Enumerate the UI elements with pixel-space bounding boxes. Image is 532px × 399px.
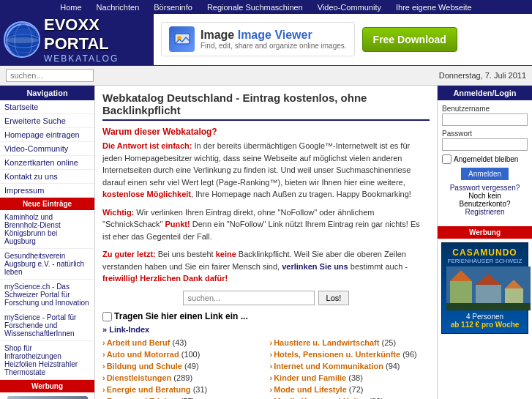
category-link-5[interactable]: Internet und Kommunikation	[270, 362, 383, 370]
nav-home[interactable]: Home	[60, 3, 81, 12]
category-count-4: (49)	[184, 362, 199, 370]
center-search-button[interactable]: Los!	[318, 291, 350, 305]
sidebar-item-video[interactable]: Video-Community	[0, 142, 94, 156]
category-count-8: (31)	[193, 385, 208, 394]
imageviewer-title-colored: Image Viewer	[238, 29, 312, 41]
category-link-0[interactable]: Arbeit und Beruf	[102, 338, 170, 347]
category-count-5: (94)	[386, 362, 400, 370]
wichtig-strong: Wichtig:	[102, 208, 134, 217]
category-item-6: Dienstleistungen (289)	[102, 373, 263, 383]
search-input[interactable]	[6, 69, 94, 82]
imageviewer-banner[interactable]: Image Image Viewer Find, edit, share and…	[161, 22, 355, 56]
intro-strong-1: Die Antwort ist einfach:	[102, 141, 192, 150]
username-label: Benutzername	[442, 105, 528, 113]
login-form: Benutzername Passwort Angemeldet bleiben…	[438, 100, 532, 220]
category-link-3[interactable]: Hotels, Pensionen u. Unterkünfte	[270, 350, 401, 359]
nav-video[interactable]: Video-Community	[318, 3, 381, 12]
main-content: Webkatalog Deutschland - Eintrag kostenl…	[95, 86, 437, 399]
category-count-3: (96)	[402, 350, 417, 359]
nav-regionale[interactable]: Regionale Suchmaschinen	[207, 3, 303, 12]
login-links: Passwort vergessen? Noch kein Benutzerko…	[442, 184, 528, 216]
intro-paragraph-1: Die Antwort ist einfach: In der bereits …	[102, 140, 430, 201]
category-item-0: Arbeit und Beruf (43)	[102, 338, 263, 348]
no-account-text: Noch kein Benutzerkonto?	[459, 192, 510, 208]
sidebar-nav: Startseite Erweiterte Suche Homepage ein…	[0, 100, 94, 198]
register-link[interactable]: Registrieren	[442, 208, 528, 216]
intro-paragraph-2: Wichtig: Wir verlinken Ihren Eintrag dir…	[102, 206, 430, 243]
zuguterletzt-strong: Zu guter letzt:	[102, 250, 156, 258]
sidebar-item-homepage[interactable]: Homepage eintragen	[0, 128, 94, 142]
left-sidebar: Navigation Startseite Erweiterte Suche H…	[0, 86, 95, 399]
nav-eigene[interactable]: Ihre eigene Webseite	[396, 3, 472, 12]
svg-point-4	[12, 30, 34, 36]
free-download-button[interactable]: Free Download	[362, 27, 457, 52]
remember-checkbox[interactable]	[442, 154, 452, 164]
sidebar-item-impressum[interactable]: Impressum	[0, 184, 94, 198]
logo-text: EVOXX PORTAL WEBKATALOG	[44, 15, 150, 64]
category-link-1[interactable]: Haustiere u. Landwirtschaft	[270, 338, 380, 347]
category-item-5: Internet und Kommunikation (94)	[270, 361, 430, 371]
site-header: EVOXX PORTAL WEBKATALOG Image Image View…	[0, 15, 532, 66]
category-link-9[interactable]: Mode und Lifestyle	[270, 385, 347, 394]
search-bar: Donnerstag, 7. Juli 2011	[0, 66, 532, 86]
category-count-1: (25)	[382, 338, 397, 347]
category-item-10: Essen und Trinken (57)	[102, 396, 263, 399]
new-entry-3[interactable]: myScience - Portal für Forschende und Wi…	[0, 310, 94, 341]
logo-evoxx: EVOXX PORTAL	[44, 15, 150, 53]
new-entry-0[interactable]: Kaminholz und Brennholz-Dienst Königsbru…	[0, 210, 94, 249]
category-link-6[interactable]: Dienstleistungen	[102, 373, 171, 382]
sidebar-item-kontakt[interactable]: Kontakt zu uns	[0, 170, 94, 184]
casamundo-sub: FERIENHÄUSER SCHWEIZ	[446, 258, 523, 264]
sidebar-item-erweiterte[interactable]: Erweiterte Suche	[0, 114, 94, 128]
why-heading: Warum dieser Webkatalog?	[102, 127, 430, 137]
right-sidebar: Anmelden/Login Benutzername Passwort Ang…	[437, 86, 532, 399]
center-search-input[interactable]	[183, 291, 315, 305]
verlinken-span: verlinken Sie uns	[282, 262, 348, 271]
link-index[interactable]: » Link-Index	[102, 325, 430, 334]
freiwillig-strong: freiwillig! Herzlichen Dank dafür!	[102, 274, 228, 283]
category-item-8: Energie und Beratung (31)	[102, 384, 263, 395]
page-title: Webkatalog Deutschland - Eintrag kostenl…	[102, 92, 430, 121]
nav-boerseninfo[interactable]: Börseninfo	[154, 3, 192, 12]
right-ad[interactable]: CASAMUNDO FERIENHÄUSER SCHWEIZ	[438, 239, 532, 338]
svg-rect-15	[446, 303, 531, 310]
left-ad	[0, 392, 94, 399]
new-entries-title: Neue Einträge	[0, 198, 94, 210]
category-link-7[interactable]: Kinder und Familie	[270, 373, 347, 382]
category-item-9: Mode und Lifestyle (72)	[270, 384, 430, 395]
password-label: Passwort	[442, 130, 528, 138]
new-entry-1[interactable]: Gesundheitsverein Augsburg e.V. - natürl…	[0, 249, 94, 280]
main-layout: Navigation Startseite Erweiterte Suche H…	[0, 86, 532, 399]
category-link-8[interactable]: Energie und Beratung	[102, 385, 191, 394]
username-input[interactable]	[442, 113, 528, 126]
category-count-6: (289)	[173, 373, 192, 382]
new-entry-2[interactable]: myScience.ch - Das Schweizer Portal für …	[0, 280, 94, 310]
punkt-strong: Punkt!	[165, 220, 190, 228]
intro-paragraph-3: Zu guter letzt: Bei uns besteht keine Ba…	[102, 248, 430, 285]
category-link-4[interactable]: Bildung und Schule	[102, 362, 182, 370]
sidebar-item-konzert[interactable]: Konzertkarten online	[0, 156, 94, 170]
svg-rect-9	[450, 281, 472, 307]
remember-row: Angemeldet bleiben	[442, 154, 528, 164]
password-input[interactable]	[442, 138, 528, 151]
left-werbung-label: Werbung	[0, 380, 94, 392]
category-item-4: Bildung und Schule (49)	[102, 361, 263, 371]
casamundo-offer-prefix: 4 Personen	[466, 313, 503, 321]
eintragen-heading: Tragen Sie hier einen Link ein ...	[114, 311, 248, 321]
category-grid: Arbeit und Beruf (43) Haustiere u. Landw…	[102, 338, 430, 399]
login-button[interactable]: Anmelden	[461, 168, 509, 180]
category-count-7: (38)	[348, 373, 363, 382]
forgot-password-link[interactable]: Passwort vergessen?	[442, 184, 528, 192]
eintragen-checkbox[interactable]	[102, 312, 112, 321]
keine-strong: keine	[216, 250, 236, 258]
nav-nachrichten[interactable]: Nachrichten	[97, 3, 140, 12]
login-section-title: Anmelden/Login	[438, 86, 532, 100]
new-entry-4[interactable]: Shop für Infrarotheizungen Heizfolien He…	[0, 341, 94, 380]
category-link-2[interactable]: Auto und Motorrad	[102, 350, 179, 359]
nav-section-title: Navigation	[0, 86, 94, 100]
center-search-row: Los!	[102, 291, 430, 305]
logo-globe	[4, 21, 40, 58]
category-count-2: (100)	[181, 350, 201, 359]
sidebar-item-startseite[interactable]: Startseite	[0, 100, 94, 114]
category-item-3: Hotels, Pensionen u. Unterkünfte (96)	[270, 349, 430, 359]
